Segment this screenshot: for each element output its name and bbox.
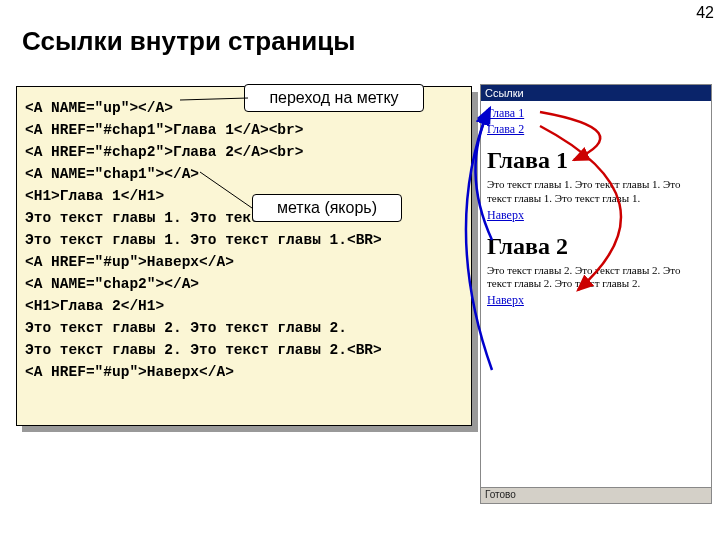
code-line: <A HREF="#chap1">Глава 1</A><br> <box>25 122 303 138</box>
code-line: <A HREF="#up">Наверх</A> <box>25 364 234 380</box>
browser-statusbar: Готово <box>481 487 711 503</box>
slide-number: 42 <box>696 4 714 22</box>
browser-body: Глава 1 Глава 2 Глава 1 Это текст главы … <box>481 101 711 487</box>
browser-titlebar: Ссылки <box>481 85 711 101</box>
browser-paragraph-2: Это текст главы 2. Это текст главы 2. Эт… <box>487 264 705 292</box>
code-line: <A HREF="#up">Наверх</A> <box>25 254 234 270</box>
code-line: Это текст главы 2. Это текст главы 2. <box>25 320 347 336</box>
code-block-container: <A NAME="up"></A> <A HREF="#chap1">Глава… <box>16 86 472 426</box>
browser-preview: Ссылки Глава 1 Глава 2 Глава 1 Это текст… <box>480 84 712 504</box>
code-line: <A NAME="chap1"></A> <box>25 166 199 182</box>
browser-link-up2[interactable]: Наверх <box>487 293 705 308</box>
browser-link-up1[interactable]: Наверх <box>487 208 705 223</box>
callout-anchor-label: метка (якорь) <box>252 194 402 222</box>
code-line: <H1>Глава 2</H1> <box>25 298 164 314</box>
code-line: Это текст главы 2. Это текст главы 2.<BR… <box>25 342 382 358</box>
code-line: Это текст главы 1. Это текст главы 1.<BR… <box>25 232 382 248</box>
code-line: <A HREF="#chap2">Глава 2</A><br> <box>25 144 303 160</box>
page-title: Ссылки внутри страницы <box>22 26 356 57</box>
code-line: <A NAME="chap2"></A> <box>25 276 199 292</box>
browser-heading-2: Глава 2 <box>487 233 705 260</box>
browser-link-chap2[interactable]: Глава 2 <box>487 122 705 137</box>
browser-paragraph-1: Это текст главы 1. Это текст главы 1. Эт… <box>487 178 705 206</box>
code-line: <H1>Глава 1</H1> <box>25 188 164 204</box>
callout-goto-label: переход на метку <box>244 84 424 112</box>
code-box: <A NAME="up"></A> <A HREF="#chap1">Глава… <box>16 86 472 426</box>
code-line: <A NAME="up"></A> <box>25 100 173 116</box>
browser-link-chap1[interactable]: Глава 1 <box>487 106 705 121</box>
browser-heading-1: Глава 1 <box>487 147 705 174</box>
